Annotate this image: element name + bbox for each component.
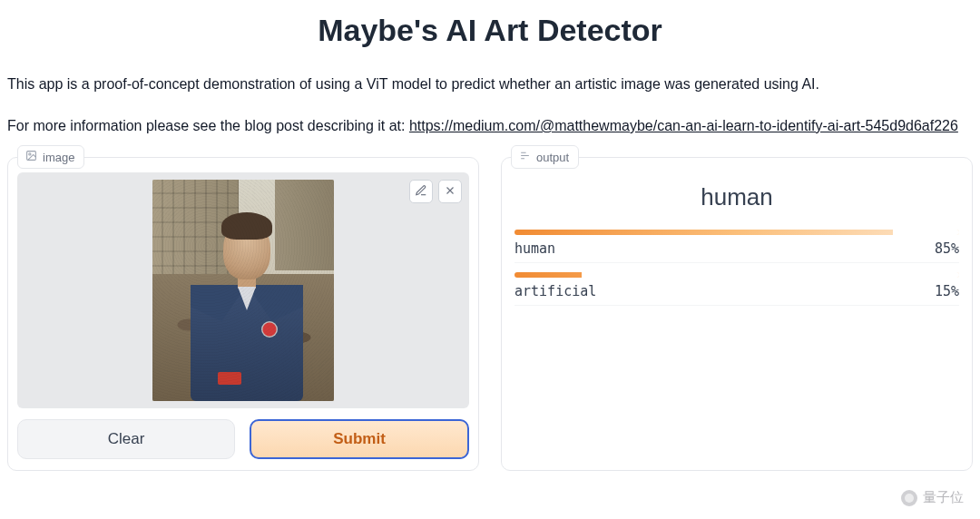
description-prefix: For more information please see the blog… <box>7 118 409 133</box>
watermark-text: 量子位 <box>923 489 964 506</box>
image-toolbar <box>409 180 462 203</box>
pencil-icon <box>415 184 427 200</box>
clear-image-button[interactable] <box>438 180 462 203</box>
panels-row: image <box>0 157 980 471</box>
button-row: Clear Submit <box>17 419 469 459</box>
input-panel: image <box>7 157 479 471</box>
bars-icon <box>519 150 531 164</box>
edit-button[interactable] <box>409 180 433 203</box>
result-bar-artificial <box>514 272 959 278</box>
top-prediction: human <box>514 183 959 211</box>
uploaded-image-preview <box>152 180 334 401</box>
result-row-artificial: artificial 15% <box>514 272 959 306</box>
close-icon <box>444 184 456 200</box>
watermark: 量子位 <box>901 489 964 506</box>
image-drop-area[interactable] <box>17 172 469 408</box>
clear-button[interactable]: Clear <box>17 419 235 459</box>
svg-point-1 <box>29 153 31 155</box>
blog-link[interactable]: https://medium.com/@matthewmaybe/can-an-… <box>409 118 958 133</box>
description-paragraph-2: For more information please see the blog… <box>0 115 980 137</box>
result-percent-artificial: 15% <box>935 283 959 299</box>
page-title: Maybe's AI Art Detector <box>0 13 980 48</box>
input-panel-label: image <box>17 145 84 169</box>
submit-button[interactable]: Submit <box>250 419 469 459</box>
watermark-icon <box>901 490 917 506</box>
result-label-artificial: artificial <box>514 283 596 299</box>
description-paragraph-1: This app is a proof-of-concept demonstra… <box>0 73 980 95</box>
result-label-human: human <box>514 240 555 257</box>
result-bar-human <box>514 230 959 235</box>
image-icon <box>25 150 37 164</box>
result-percent-human: 85% <box>935 240 959 257</box>
result-row-human: human 85% <box>514 230 959 263</box>
output-panel: output human human 85% artificial 15% <box>501 157 973 471</box>
output-label-text: output <box>536 151 569 164</box>
input-label-text: image <box>43 151 74 164</box>
output-panel-label: output <box>511 145 579 169</box>
